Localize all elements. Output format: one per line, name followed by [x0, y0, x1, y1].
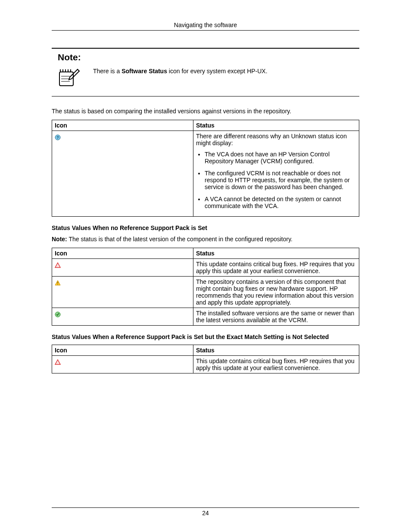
status-text: The repository contains a version of thi…	[193, 277, 359, 308]
note2-label: Note:	[52, 236, 67, 243]
list-item: The VCA does not have an HP Version Cont…	[205, 151, 356, 165]
unknown-icon: ?	[55, 134, 61, 140]
table-row: The installed software versions are the …	[52, 308, 359, 326]
th-icon: Icon	[52, 120, 193, 131]
svg-rect-6	[57, 282, 58, 283]
svg-marker-10	[55, 360, 60, 364]
th-icon: Icon	[52, 248, 193, 259]
note-block: Note: There is a Software Status icon fo…	[52, 48, 359, 96]
status-text: The installed software versions are the …	[193, 308, 359, 326]
critical-icon	[55, 262, 61, 268]
subheading-ref-pack-no-exact: Status Values When a Reference Support P…	[52, 333, 359, 340]
page-number: 24	[52, 507, 359, 516]
table-ref-pack-no-exact: Icon Status This update contains critica…	[52, 345, 359, 373]
critical-icon	[55, 359, 61, 365]
list-item: The configured VCRM is not reachable or …	[205, 170, 356, 190]
th-status: Status	[193, 120, 359, 131]
table-row: This update contains critical bug fixes.…	[52, 259, 359, 277]
warning-icon	[55, 280, 61, 286]
table-unknown-status: Icon Status ? There are different reason…	[52, 120, 359, 217]
note-line: Note: The status is that of the latest v…	[52, 236, 359, 243]
table-row: ? There are different reasons why an Unk…	[52, 131, 359, 217]
th-status: Status	[193, 248, 359, 259]
note-title: Note:	[52, 49, 359, 64]
note-text: There is a Software Status icon for ever…	[93, 68, 268, 75]
subheading-no-ref-pack: Status Values When no Reference Support …	[52, 224, 359, 231]
note2-text: The status is that of the latest version…	[67, 236, 293, 243]
status-text: This update contains critical bug fixes.…	[193, 259, 359, 277]
page-header: Navigating the software	[52, 22, 359, 31]
svg-marker-4	[55, 263, 60, 268]
notepad-icon	[58, 68, 80, 87]
paragraph-intro: The status is based on comparing the ins…	[52, 108, 359, 115]
note-text-bold: Software Status	[121, 68, 167, 75]
th-status: Status	[193, 345, 359, 356]
list-item: A VCA cannot be detected on the system o…	[205, 196, 356, 209]
svg-text:?: ?	[56, 135, 59, 140]
status-text: This update contains critical bug fixes.…	[193, 356, 359, 373]
note-text-post: icon for every system except HP-UX.	[167, 68, 268, 75]
ok-icon	[55, 311, 61, 317]
table-row: This update contains critical bug fixes.…	[52, 356, 359, 373]
table-no-ref-pack: Icon Status This update contains critica…	[52, 248, 359, 326]
note-text-pre: There is a	[93, 68, 121, 75]
svg-rect-7	[57, 284, 58, 285]
lead-bold: Unknown	[291, 133, 316, 140]
lead-pre: There are different reasons why an	[196, 133, 291, 140]
th-icon: Icon	[52, 345, 193, 356]
table-row: The repository contains a version of thi…	[52, 277, 359, 308]
